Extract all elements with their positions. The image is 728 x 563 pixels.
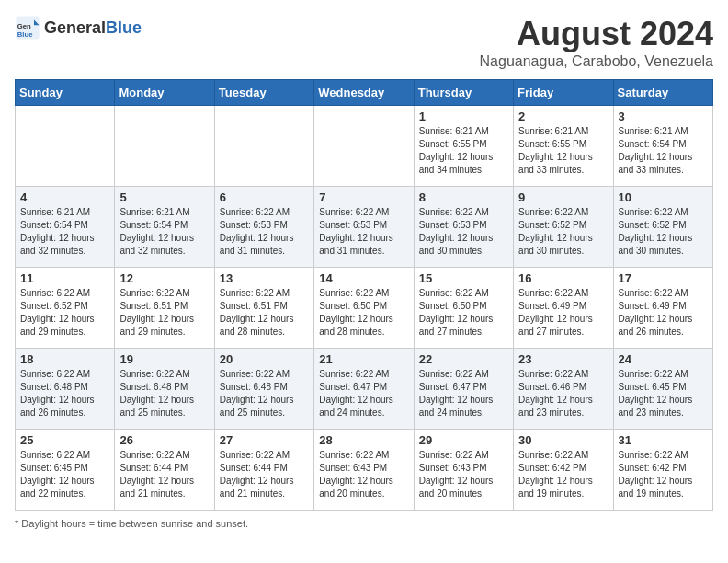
day-number: 19 — [119, 352, 209, 366]
day-cell: 1Sunrise: 6:21 AM Sunset: 6:55 PM Daylig… — [414, 106, 513, 187]
day-cell: 6Sunrise: 6:22 AM Sunset: 6:53 PM Daylig… — [214, 187, 313, 268]
day-info: Sunrise: 6:22 AM Sunset: 6:43 PM Dayligh… — [419, 449, 508, 500]
day-cell: 14Sunrise: 6:22 AM Sunset: 6:50 PM Dayli… — [314, 268, 414, 349]
day-cell: 7Sunrise: 6:22 AM Sunset: 6:53 PM Daylig… — [314, 187, 414, 268]
week-row-3: 11Sunrise: 6:22 AM Sunset: 6:52 PM Dayli… — [16, 268, 713, 349]
day-cell — [16, 106, 115, 187]
day-cell: 2Sunrise: 6:21 AM Sunset: 6:55 PM Daylig… — [514, 106, 613, 187]
day-info: Sunrise: 6:22 AM Sunset: 6:53 PM Dayligh… — [220, 206, 309, 258]
day-cell: 20Sunrise: 6:22 AM Sunset: 6:48 PM Dayli… — [214, 349, 313, 430]
day-info: Sunrise: 6:22 AM Sunset: 6:49 PM Dayligh… — [619, 287, 708, 339]
month-year: August 2024 — [480, 15, 713, 53]
weekday-header-row: SundayMondayTuesdayWednesdayThursdayFrid… — [16, 80, 713, 106]
calendar-table: SundayMondayTuesdayWednesdayThursdayFrid… — [15, 79, 713, 511]
day-info: Sunrise: 6:22 AM Sunset: 6:53 PM Dayligh… — [419, 206, 508, 258]
day-number: 28 — [319, 433, 408, 447]
day-number: 11 — [20, 271, 109, 285]
day-info: Sunrise: 6:21 AM Sunset: 6:54 PM Dayligh… — [619, 125, 708, 177]
weekday-header-monday: Monday — [115, 80, 214, 106]
weekday-header-friday: Friday — [514, 80, 613, 106]
day-number: 14 — [319, 271, 408, 285]
day-number: 16 — [518, 271, 608, 285]
day-info: Sunrise: 6:22 AM Sunset: 6:43 PM Dayligh… — [319, 449, 408, 500]
day-info: Sunrise: 6:22 AM Sunset: 6:46 PM Dayligh… — [518, 368, 608, 419]
day-number: 31 — [619, 433, 708, 447]
day-cell: 25Sunrise: 6:22 AM Sunset: 6:45 PM Dayli… — [16, 430, 115, 511]
footer-note: * Daylight hours = time between sunrise … — [15, 518, 713, 529]
week-row-1: 1Sunrise: 6:21 AM Sunset: 6:55 PM Daylig… — [16, 106, 713, 187]
day-cell: 24Sunrise: 6:22 AM Sunset: 6:45 PM Dayli… — [613, 349, 712, 430]
day-info: Sunrise: 6:21 AM Sunset: 6:54 PM Dayligh… — [119, 206, 209, 258]
day-number: 18 — [20, 352, 109, 366]
week-row-5: 25Sunrise: 6:22 AM Sunset: 6:45 PM Dayli… — [16, 430, 713, 511]
day-info: Sunrise: 6:22 AM Sunset: 6:42 PM Dayligh… — [619, 449, 708, 500]
day-cell: 19Sunrise: 6:22 AM Sunset: 6:48 PM Dayli… — [115, 349, 214, 430]
day-info: Sunrise: 6:22 AM Sunset: 6:50 PM Dayligh… — [319, 287, 408, 339]
day-cell — [314, 106, 414, 187]
weekday-header-sunday: Sunday — [16, 80, 115, 106]
week-row-4: 18Sunrise: 6:22 AM Sunset: 6:48 PM Dayli… — [16, 349, 713, 430]
day-info: Sunrise: 6:21 AM Sunset: 6:55 PM Dayligh… — [518, 125, 608, 177]
day-info: Sunrise: 6:22 AM Sunset: 6:45 PM Dayligh… — [619, 368, 708, 419]
day-info: Sunrise: 6:22 AM Sunset: 6:52 PM Dayligh… — [619, 206, 708, 258]
week-row-2: 4Sunrise: 6:21 AM Sunset: 6:54 PM Daylig… — [16, 187, 713, 268]
weekday-header-tuesday: Tuesday — [214, 80, 313, 106]
day-cell: 17Sunrise: 6:22 AM Sunset: 6:49 PM Dayli… — [613, 268, 712, 349]
day-number: 13 — [220, 271, 309, 285]
day-number: 25 — [20, 433, 109, 447]
day-number: 3 — [619, 109, 708, 123]
day-cell: 4Sunrise: 6:21 AM Sunset: 6:54 PM Daylig… — [16, 187, 115, 268]
day-number: 6 — [220, 190, 309, 204]
logo-general: General — [44, 18, 106, 37]
day-cell: 22Sunrise: 6:22 AM Sunset: 6:47 PM Dayli… — [414, 349, 513, 430]
day-cell: 16Sunrise: 6:22 AM Sunset: 6:49 PM Dayli… — [514, 268, 613, 349]
day-cell: 30Sunrise: 6:22 AM Sunset: 6:42 PM Dayli… — [514, 430, 613, 511]
day-info: Sunrise: 6:21 AM Sunset: 6:55 PM Dayligh… — [419, 125, 508, 177]
day-number: 10 — [619, 190, 708, 204]
day-cell — [115, 106, 214, 187]
day-info: Sunrise: 6:22 AM Sunset: 6:47 PM Dayligh… — [319, 368, 408, 419]
day-cell: 5Sunrise: 6:21 AM Sunset: 6:54 PM Daylig… — [115, 187, 214, 268]
day-info: Sunrise: 6:22 AM Sunset: 6:48 PM Dayligh… — [20, 368, 109, 419]
day-cell: 15Sunrise: 6:22 AM Sunset: 6:50 PM Dayli… — [414, 268, 513, 349]
svg-text:Gen: Gen — [17, 22, 31, 30]
day-cell: 18Sunrise: 6:22 AM Sunset: 6:48 PM Dayli… — [16, 349, 115, 430]
day-number: 12 — [119, 271, 209, 285]
daylight-label: Daylight hours — [21, 518, 85, 529]
day-info: Sunrise: 6:22 AM Sunset: 6:52 PM Dayligh… — [20, 287, 109, 339]
day-number: 4 — [20, 190, 109, 204]
day-number: 29 — [419, 433, 508, 447]
day-cell: 31Sunrise: 6:22 AM Sunset: 6:42 PM Dayli… — [613, 430, 712, 511]
day-number: 9 — [518, 190, 608, 204]
day-cell: 9Sunrise: 6:22 AM Sunset: 6:52 PM Daylig… — [514, 187, 613, 268]
svg-text:Blue: Blue — [17, 30, 33, 39]
day-cell: 26Sunrise: 6:22 AM Sunset: 6:44 PM Dayli… — [115, 430, 214, 511]
day-number: 8 — [419, 190, 508, 204]
day-number: 21 — [319, 352, 408, 366]
day-cell: 23Sunrise: 6:22 AM Sunset: 6:46 PM Dayli… — [514, 349, 613, 430]
day-number: 5 — [119, 190, 209, 204]
day-info: Sunrise: 6:22 AM Sunset: 6:50 PM Dayligh… — [419, 287, 508, 339]
day-info: Sunrise: 6:22 AM Sunset: 6:44 PM Dayligh… — [220, 449, 309, 500]
day-number: 15 — [419, 271, 508, 285]
day-info: Sunrise: 6:22 AM Sunset: 6:48 PM Dayligh… — [119, 368, 209, 419]
weekday-header-thursday: Thursday — [414, 80, 513, 106]
day-info: Sunrise: 6:21 AM Sunset: 6:54 PM Dayligh… — [20, 206, 109, 258]
day-number: 17 — [619, 271, 708, 285]
day-cell: 13Sunrise: 6:22 AM Sunset: 6:51 PM Dayli… — [214, 268, 313, 349]
day-number: 2 — [518, 109, 608, 123]
header: Gen Blue GeneralBlue August 2024 Naguana… — [15, 15, 713, 70]
day-cell: 12Sunrise: 6:22 AM Sunset: 6:51 PM Dayli… — [115, 268, 214, 349]
day-cell: 8Sunrise: 6:22 AM Sunset: 6:53 PM Daylig… — [414, 187, 513, 268]
day-info: Sunrise: 6:22 AM Sunset: 6:44 PM Dayligh… — [119, 449, 209, 500]
day-number: 23 — [518, 352, 608, 366]
day-info: Sunrise: 6:22 AM Sunset: 6:42 PM Dayligh… — [518, 449, 608, 500]
day-info: Sunrise: 6:22 AM Sunset: 6:51 PM Dayligh… — [220, 287, 309, 339]
day-number: 7 — [319, 190, 408, 204]
day-cell: 27Sunrise: 6:22 AM Sunset: 6:44 PM Dayli… — [214, 430, 313, 511]
location: Naguanagua, Carabobo, Venezuela — [480, 53, 713, 70]
day-info: Sunrise: 6:22 AM Sunset: 6:49 PM Dayligh… — [518, 287, 608, 339]
day-info: Sunrise: 6:22 AM Sunset: 6:47 PM Dayligh… — [419, 368, 508, 419]
day-number: 24 — [619, 352, 708, 366]
day-info: Sunrise: 6:22 AM Sunset: 6:45 PM Dayligh… — [20, 449, 109, 500]
